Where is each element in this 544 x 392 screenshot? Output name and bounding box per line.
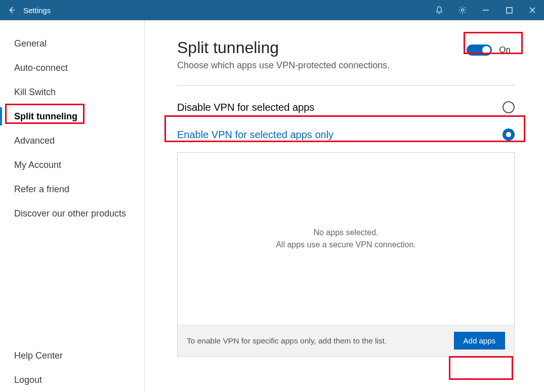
radio-enable-vpn[interactable] xyxy=(503,128,515,141)
option-enable-vpn-label: Enable VPN for selected apps only xyxy=(177,129,333,141)
close-button[interactable] xyxy=(521,0,544,20)
minimize-icon xyxy=(482,7,489,14)
minimize-button[interactable] xyxy=(474,0,497,20)
sidebar-item-label: Kill Switch xyxy=(14,87,56,98)
divider xyxy=(177,85,515,85)
settings-gear-button[interactable] xyxy=(451,0,474,20)
back-button[interactable] xyxy=(0,0,23,20)
sidebar-item-my-account[interactable]: My Account xyxy=(0,153,144,177)
empty-line-2: All apps use a secure VPN connection. xyxy=(276,239,416,251)
sidebar-item-kill-switch[interactable]: Kill Switch xyxy=(0,80,144,104)
radio-disable-vpn[interactable] xyxy=(503,101,515,113)
sidebar-item-logout[interactable]: Logout xyxy=(0,368,144,392)
apps-footer: To enable VPN for specific apps only, ad… xyxy=(178,325,514,356)
add-apps-button[interactable]: Add apps xyxy=(454,332,505,350)
sidebar-item-general[interactable]: General xyxy=(0,31,144,56)
gear-icon xyxy=(458,6,467,15)
window-title: Settings xyxy=(23,6,51,15)
close-icon xyxy=(529,7,536,14)
maximize-button[interactable] xyxy=(497,0,521,20)
sidebar-item-split-tunneling[interactable]: Split tunneling xyxy=(0,104,144,128)
maximize-icon xyxy=(506,7,513,14)
sidebar-item-refer-a-friend[interactable]: Refer a friend xyxy=(0,177,144,201)
option-disable-vpn[interactable]: Disable VPN for selected apps xyxy=(177,94,515,121)
empty-line-1: No apps selected. xyxy=(313,227,378,239)
option-enable-vpn[interactable]: Enable VPN for selected apps only xyxy=(177,121,515,148)
split-tunneling-toggle-wrap: On xyxy=(463,42,515,58)
toggle-state-label: On xyxy=(499,45,511,55)
sidebar-item-help-center[interactable]: Help Center xyxy=(0,343,144,368)
sidebar-item-label: Advanced xyxy=(14,136,55,146)
sidebar-item-label: General xyxy=(14,38,47,49)
svg-rect-1 xyxy=(507,8,512,13)
sidebar: General Auto-connect Kill Switch Split t… xyxy=(0,20,145,392)
bell-icon xyxy=(435,6,444,15)
svg-point-0 xyxy=(462,9,464,12)
apps-footer-hint: To enable VPN for specific apps only, ad… xyxy=(187,336,387,345)
sidebar-item-discover-products[interactable]: Discover our other products xyxy=(0,201,144,226)
content-area: Split tunneling Choose which apps use VP… xyxy=(145,20,544,392)
sidebar-item-label: Auto-connect xyxy=(14,63,68,73)
sidebar-item-label: Refer a friend xyxy=(14,184,69,195)
notifications-button[interactable] xyxy=(428,0,451,20)
split-tunneling-toggle[interactable] xyxy=(467,45,492,56)
option-disable-vpn-label: Disable VPN for selected apps xyxy=(177,102,314,113)
page-subtitle: Choose which apps use VPN-protected conn… xyxy=(177,60,390,71)
sidebar-item-auto-connect[interactable]: Auto-connect xyxy=(0,56,144,80)
sidebar-item-label: Logout xyxy=(14,375,42,385)
sidebar-item-label: Help Center xyxy=(14,351,63,361)
sidebar-item-label: Discover our other products xyxy=(14,208,126,219)
titlebar: Settings xyxy=(0,0,544,20)
arrow-left-icon xyxy=(7,6,16,15)
apps-empty-state: No apps selected. All apps use a secure … xyxy=(178,153,514,325)
apps-list-box: No apps selected. All apps use a secure … xyxy=(177,152,515,357)
sidebar-item-advanced[interactable]: Advanced xyxy=(0,128,144,153)
sidebar-item-label: My Account xyxy=(14,160,61,170)
page-title: Split tunneling xyxy=(177,38,390,57)
sidebar-item-label: Split tunneling xyxy=(14,111,77,122)
